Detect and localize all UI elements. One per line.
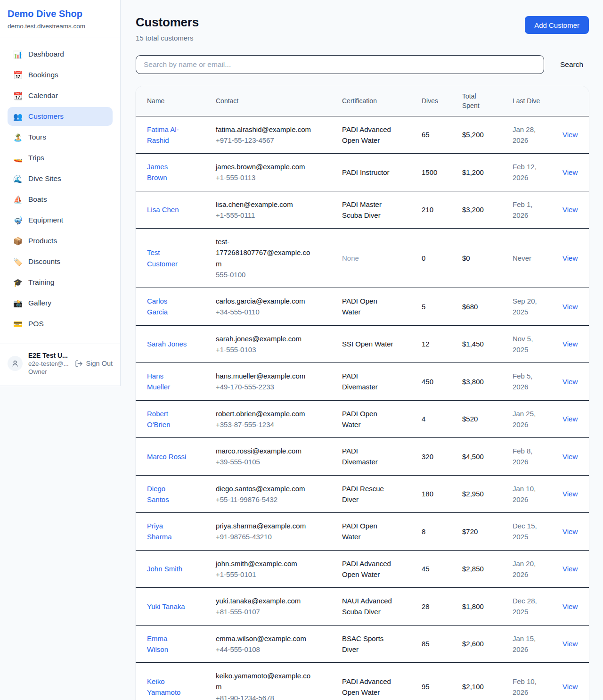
customer-phone: +49-170-555-2233 bbox=[216, 381, 312, 392]
sidebar-item-dashboard[interactable]: 📊 Dashboard bbox=[8, 45, 113, 64]
column-header-certification: Certification bbox=[331, 86, 410, 116]
sidebar-item-calendar[interactable]: 📆 Calendar bbox=[8, 86, 113, 105]
sidebar-item-label: Training bbox=[28, 278, 54, 287]
column-header-contact: Contact bbox=[204, 86, 331, 116]
user-role: Owner bbox=[28, 368, 69, 375]
customer-total-spent: $3,800 bbox=[451, 363, 501, 401]
customer-phone: +55-11-99876-5432 bbox=[216, 494, 312, 505]
view-link[interactable]: View bbox=[562, 602, 578, 610]
sign-out-button[interactable]: Sign Out bbox=[75, 360, 113, 368]
discounts-icon: 🏷️ bbox=[13, 257, 23, 266]
view-link[interactable]: View bbox=[562, 303, 578, 311]
avatar bbox=[8, 356, 23, 371]
sidebar-item-gallery[interactable]: 📸 Gallery bbox=[8, 294, 113, 313]
customers-table-card: Name Contact Certification Dives Total S… bbox=[136, 86, 589, 700]
sidebar-item-label: Bookings bbox=[28, 71, 58, 79]
sidebar-item-boats[interactable]: ⛵ Boats bbox=[8, 190, 113, 209]
customer-name-link[interactable]: Yuki Tanaka bbox=[147, 602, 185, 610]
customer-name-link[interactable]: Robert O'Brien bbox=[147, 410, 171, 428]
customer-total-spent: $2,950 bbox=[451, 475, 501, 513]
user-email: e2e-tester@... bbox=[28, 360, 69, 367]
customer-name-link[interactable]: Hans Mueller bbox=[147, 372, 170, 391]
table-header: Name Contact Certification Dives Total S… bbox=[136, 86, 589, 116]
sidebar-item-discounts[interactable]: 🏷️ Discounts bbox=[8, 252, 113, 271]
customer-email: yuki.tanaka@example.com bbox=[216, 595, 312, 606]
view-link[interactable]: View bbox=[562, 683, 578, 691]
table-row: Keiko Yamamoto keiko.yamamoto@example.co… bbox=[136, 663, 589, 700]
sidebar-item-tours[interactable]: 🏝️ Tours bbox=[8, 128, 113, 147]
customer-name-link[interactable]: Fatima Al-Rashid bbox=[147, 125, 179, 144]
customer-phone: +1-555-0111 bbox=[216, 210, 312, 221]
view-link[interactable]: View bbox=[562, 206, 578, 214]
customer-name-link[interactable]: James Brown bbox=[147, 163, 168, 181]
view-link[interactable]: View bbox=[562, 453, 578, 461]
customer-total-spent: $2,100 bbox=[451, 663, 501, 700]
table-row: Test Customer test-1772681807767@example… bbox=[136, 229, 589, 288]
view-link[interactable]: View bbox=[562, 378, 578, 386]
customer-dives: 28 bbox=[410, 588, 451, 626]
view-link[interactable]: View bbox=[562, 415, 578, 423]
customer-name-link[interactable]: Priya Sharma bbox=[147, 522, 172, 541]
sidebar-item-trips[interactable]: 🚤 Trips bbox=[8, 148, 113, 167]
customer-name-link[interactable]: Diego Santos bbox=[147, 485, 169, 503]
sidebar-item-equipment[interactable]: 🤿 Equipment bbox=[8, 211, 113, 230]
sidebar-item-label: Products bbox=[28, 237, 57, 245]
customer-certification: PADI Master Scuba Diver bbox=[331, 191, 410, 229]
customer-dives: 320 bbox=[410, 438, 451, 476]
customer-last-dive: Jan 10, 2026 bbox=[501, 475, 551, 513]
customer-name-link[interactable]: Keiko Yamamoto bbox=[147, 677, 180, 696]
view-link[interactable]: View bbox=[562, 490, 578, 498]
customer-dives: 8 bbox=[410, 513, 451, 551]
view-link[interactable]: View bbox=[562, 168, 578, 176]
sidebar-item-dive-sites[interactable]: 🌊 Dive Sites bbox=[8, 169, 113, 188]
sidebar-item-label: Customers bbox=[28, 112, 64, 121]
customers-table: Name Contact Certification Dives Total S… bbox=[136, 86, 589, 700]
sign-out-label: Sign Out bbox=[86, 360, 113, 367]
user-name: E2E Test U... bbox=[28, 352, 69, 359]
sign-out-icon bbox=[75, 360, 83, 368]
view-link[interactable]: View bbox=[562, 640, 578, 648]
table-row: Diego Santos diego.santos@example.com +5… bbox=[136, 475, 589, 513]
view-link[interactable]: View bbox=[562, 565, 578, 573]
sidebar: Demo Dive Shop demo.test.divestreams.com… bbox=[0, 0, 121, 386]
customer-name-link[interactable]: Test Customer bbox=[147, 248, 178, 267]
customer-phone: +1-555-0113 bbox=[216, 172, 312, 183]
add-customer-button[interactable]: Add Customer bbox=[525, 16, 589, 34]
customer-dives: 95 bbox=[410, 663, 451, 700]
customer-name-link[interactable]: Emma Wilson bbox=[147, 634, 168, 653]
sidebar-item-bookings[interactable]: 📅 Bookings bbox=[8, 66, 113, 84]
customer-name-link[interactable]: Sarah Jones bbox=[147, 340, 187, 348]
customer-phone: +34-555-0110 bbox=[216, 306, 312, 317]
customer-name-link[interactable]: Carlos Garcia bbox=[147, 297, 168, 316]
view-link[interactable]: View bbox=[562, 340, 578, 348]
sidebar-item-customers[interactable]: 👥 Customers bbox=[8, 107, 113, 126]
customer-dives: 210 bbox=[410, 191, 451, 229]
sidebar-item-pos[interactable]: 💳 POS bbox=[8, 314, 113, 333]
customer-email: fatima.alrashid@example.com bbox=[216, 124, 312, 135]
equipment-icon: 🤿 bbox=[13, 216, 23, 225]
customer-certification: PADI Open Water bbox=[331, 513, 410, 551]
view-link[interactable]: View bbox=[562, 527, 578, 535]
boats-icon: ⛵ bbox=[13, 195, 23, 204]
customer-email: keiko.yamamoto@example.com bbox=[216, 670, 312, 692]
sidebar-item-training[interactable]: 🎓 Training bbox=[8, 273, 113, 292]
customer-total-spent: $1,800 bbox=[451, 588, 501, 626]
customer-total-spent: $1,200 bbox=[451, 154, 501, 191]
sidebar-header: Demo Dive Shop demo.test.divestreams.com bbox=[0, 0, 120, 38]
search-input[interactable] bbox=[136, 55, 544, 74]
column-header-name: Name bbox=[136, 86, 204, 116]
search-button[interactable]: Search bbox=[557, 58, 586, 71]
customer-name-link[interactable]: Lisa Chen bbox=[147, 206, 179, 214]
sidebar-item-products[interactable]: 📦 Products bbox=[8, 231, 113, 250]
customer-phone: 555-0100 bbox=[216, 269, 312, 280]
customer-last-dive: Jan 28, 2026 bbox=[501, 116, 551, 154]
view-link[interactable]: View bbox=[562, 254, 578, 262]
customer-last-dive: Dec 28, 2025 bbox=[501, 588, 551, 626]
customer-name-link[interactable]: John Smith bbox=[147, 565, 182, 573]
view-link[interactable]: View bbox=[562, 131, 578, 139]
customer-dives: 65 bbox=[410, 116, 451, 154]
brand-domain: demo.test.divestreams.com bbox=[8, 23, 113, 30]
customer-name-link[interactable]: Marco Rossi bbox=[147, 453, 186, 461]
customer-phone: +81-555-0107 bbox=[216, 606, 312, 617]
customer-last-dive: Jan 25, 2026 bbox=[501, 400, 551, 438]
